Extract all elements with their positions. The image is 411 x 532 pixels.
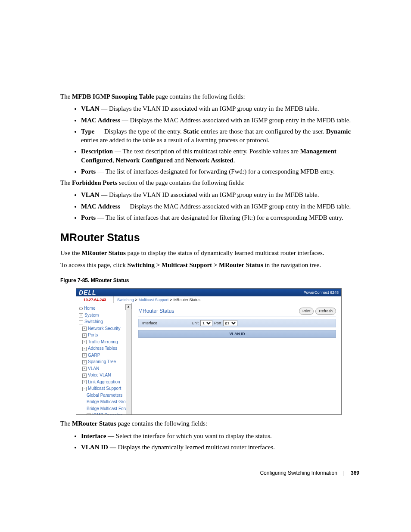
nav-multicast-support[interactable]: −Multicast Support [78,385,131,392]
nav-spanning-tree[interactable]: +Spanning Tree [78,358,131,365]
nav-igmp-snooping[interactable]: +IGMP Snooping [78,412,131,414]
expand-icon[interactable]: + [82,340,87,344]
expand-icon[interactable]: + [79,313,83,317]
nav-voice-vlan[interactable]: +Voice VLAN [78,372,131,379]
section-heading-mrouter: MRouter Status [60,230,359,245]
footer-separator: | [343,470,345,476]
list-item: VLAN — Displays the VLAN ID associated w… [81,104,359,113]
expand-icon[interactable]: + [82,327,87,331]
intro-mfdb: The MFDB IGMP Snooping Table page contai… [60,92,359,101]
unit-label: Unit [192,320,199,326]
list-item: Interface — Select the interface for whi… [81,432,359,440]
page-footer: Configuring Switching Information | 369 [60,470,359,476]
list-item: Ports — The list of interfaces that are … [81,213,359,222]
intro-forbidden: The Forbidden Ports section of the page … [60,178,359,187]
mrouter-field-list: Interface — Select the interface for whi… [60,432,359,452]
nav-switching[interactable]: −Switching [78,318,131,325]
collapse-icon[interactable]: − [82,387,87,391]
nav-vlan[interactable]: +VLAN [78,365,131,372]
interface-row: Interface Unit 1 Port g1 [138,319,336,327]
intro-mrouter-fields: The MRouter Status page contains the fol… [60,419,359,428]
para-access: To access this page, click Switching > M… [60,261,359,269]
list-item: Ports — The list of interfaces designate… [81,167,359,176]
home-icon: ▭ [79,306,83,311]
scrollbar[interactable] [126,309,131,414]
vlan-id-header: VLAN ID [138,330,336,338]
shot-bar: 10.27.64.243 Switching > Multicast Suppo… [76,296,341,303]
divider [138,317,336,317]
list-item: MAC Address — Displays the MAC Address a… [81,116,359,124]
nav-bridge-multicast-forwarding[interactable]: Bridge Multicast Forwarding [78,405,131,412]
breadcrumb-link[interactable]: Multicast Support [139,297,169,302]
mfdb-field-list: VLAN — Displays the VLAN ID associated w… [60,104,359,176]
port-label: Port [214,320,221,326]
figure-caption: Figure 7-85. MRouter Status [60,277,359,284]
nav-system[interactable]: +System [78,312,131,319]
expand-icon[interactable]: + [82,347,87,351]
content-panel: MRouter Status Print Refresh Interface U… [132,303,341,414]
list-item: VLAN — Displays the VLAN ID associated w… [81,190,359,199]
unit-select[interactable]: 1 [200,320,212,326]
nav-global-parameters[interactable]: Global Parameters [78,392,131,399]
nav-tree: ▲ ▭ Home +System −Switching +Network Sec… [76,303,132,414]
expand-icon[interactable]: + [82,333,87,338]
list-item: VLAN ID — Displays the dynamically learn… [81,443,359,451]
refresh-button[interactable]: Refresh [315,308,336,314]
page-number: 369 [351,470,359,476]
breadcrumb: Switching > Multicast Support > MRouter … [114,296,341,303]
list-item: Description — The text description of th… [81,147,359,165]
print-button[interactable]: Print [299,308,314,314]
nav-bridge-multicast-group[interactable]: Bridge Multicast Group [78,398,131,405]
expand-icon[interactable]: + [87,414,91,415]
shot-header: DELL PowerConnect 6248 [76,289,341,296]
expand-icon[interactable]: + [82,360,87,364]
nav-ports[interactable]: +Ports [78,332,131,339]
panel-title: MRouter Status [138,308,174,314]
footer-title: Configuring Switching Information [260,470,337,476]
breadcrumb-current: MRouter Status [174,297,201,302]
port-select[interactable]: g1 [223,320,237,326]
para-use: Use the MRouter Status page to display t… [60,249,359,257]
expand-icon[interactable]: + [82,373,87,378]
interface-label: Interface [142,320,157,326]
list-item: Type — Displays the type of the entry. S… [81,127,359,145]
nav-link-aggregation[interactable]: +Link Aggregation [78,379,131,386]
nav-network-security[interactable]: +Network Security [78,325,131,332]
nav-traffic-mirroring[interactable]: +Traffic Mirroring [78,339,131,345]
nav-home[interactable]: ▭ Home [78,305,131,312]
ip-address: 10.27.64.243 [76,296,114,303]
dell-logo: DELL [79,289,97,297]
list-item: MAC Address — Displays the MAC Address a… [81,202,359,211]
collapse-icon[interactable]: − [79,320,83,324]
nav-address-tables[interactable]: +Address Tables [78,345,131,352]
expand-icon[interactable]: + [82,367,87,371]
nav-garp[interactable]: +GARP [78,352,131,359]
expand-icon[interactable]: + [82,353,87,358]
expand-icon[interactable]: + [82,380,87,384]
screenshot-mrouter-status: DELL PowerConnect 6248 10.27.64.243 Swit… [76,288,342,415]
product-label: PowerConnect 6248 [303,290,339,295]
breadcrumb-link[interactable]: Switching [117,297,134,302]
forbidden-field-list: VLAN — Displays the VLAN ID associated w… [60,190,359,222]
